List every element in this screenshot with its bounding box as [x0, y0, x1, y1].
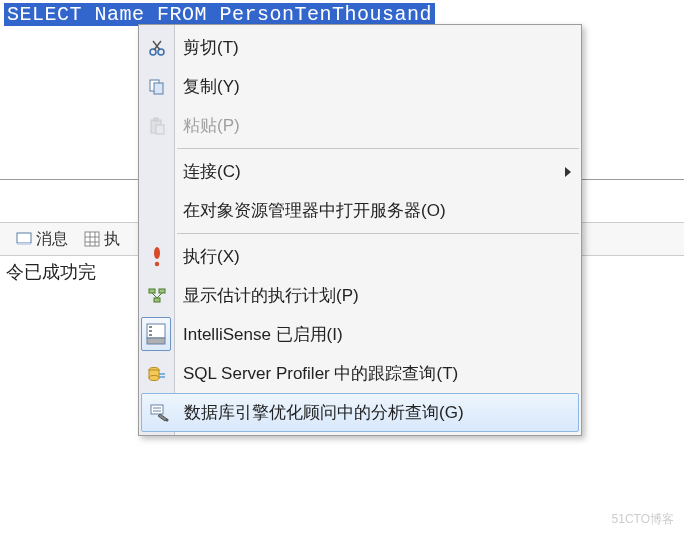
svg-rect-15 [156, 125, 164, 134]
chevron-right-icon [565, 167, 571, 177]
cut-icon [145, 36, 169, 60]
menu-item-open-in-object-explorer[interactable]: 在对象资源管理器中打开服务器(O) [139, 191, 581, 230]
svg-point-30 [149, 375, 159, 380]
editor-context-menu: 剪切(T) 复制(Y) 粘贴(P) 连接(C) 在对象资源管理器中打开服务器(O… [138, 24, 582, 436]
svg-rect-27 [149, 334, 152, 336]
svg-rect-25 [149, 326, 152, 328]
results-message-text: 令已成功完 [6, 260, 96, 284]
svg-rect-24 [147, 338, 165, 344]
menu-item-label: 剪切(T) [183, 36, 239, 59]
menu-item-label: 执行(X) [183, 245, 240, 268]
menu-item-label: 显示估计的执行计划(P) [183, 284, 359, 307]
paste-icon [145, 114, 169, 138]
empty-icon [145, 199, 169, 223]
menu-item-label: IntelliSense 已启用(I) [183, 323, 343, 346]
menu-item-label: 粘贴(P) [183, 114, 240, 137]
svg-point-36 [166, 418, 169, 421]
messages-icon [16, 231, 32, 247]
tab-messages-label: 消息 [36, 229, 68, 250]
selected-sql-text[interactable]: SELECT Name FROM PersonTenThousand [4, 3, 435, 26]
svg-rect-26 [149, 330, 152, 332]
svg-rect-20 [154, 298, 160, 302]
tuning-icon [148, 401, 172, 425]
grid-icon [84, 231, 100, 247]
menu-item-sql-profiler-trace[interactable]: SQL Server Profiler 中的跟踪查询(T) [139, 354, 581, 393]
svg-point-16 [154, 247, 160, 259]
svg-rect-33 [151, 405, 163, 414]
svg-rect-14 [154, 118, 158, 121]
svg-rect-12 [154, 83, 163, 94]
tab-other[interactable]: 执 [76, 225, 128, 254]
menu-separator [177, 233, 579, 234]
svg-rect-1 [17, 243, 31, 245]
menu-item-show-estimated-plan[interactable]: 显示估计的执行计划(P) [139, 276, 581, 315]
watermark-text: 51CTO博客 [612, 511, 674, 528]
menu-item-label: 数据库引擎优化顾问中的分析查询(G) [184, 401, 464, 424]
svg-rect-18 [149, 289, 155, 293]
menu-item-label: 在对象资源管理器中打开服务器(O) [183, 199, 446, 222]
menu-item-label: 复制(Y) [183, 75, 240, 98]
tab-other-label: 执 [104, 229, 120, 250]
svg-rect-0 [17, 233, 31, 243]
svg-point-8 [158, 49, 164, 55]
menu-item-label: 连接(C) [183, 160, 241, 183]
svg-line-22 [157, 293, 162, 298]
svg-rect-19 [159, 289, 165, 293]
svg-point-7 [150, 49, 156, 55]
svg-point-17 [155, 261, 159, 265]
menu-separator [177, 148, 579, 149]
menu-item-cut[interactable]: 剪切(T) [139, 28, 581, 67]
exclaim-icon [145, 245, 169, 269]
menu-item-connect[interactable]: 连接(C) [139, 152, 581, 191]
menu-item-intellisense-enabled[interactable]: IntelliSense 已启用(I) [139, 315, 581, 354]
menu-item-execute[interactable]: 执行(X) [139, 237, 581, 276]
intellisense-toggle-icon [141, 317, 171, 351]
plan-icon [145, 284, 169, 308]
empty-icon [145, 160, 169, 184]
menu-item-tuning-advisor[interactable]: 数据库引擎优化顾问中的分析查询(G) [141, 393, 579, 432]
copy-icon [145, 75, 169, 99]
svg-rect-2 [85, 232, 99, 246]
svg-line-21 [152, 293, 157, 298]
menu-item-label: SQL Server Profiler 中的跟踪查询(T) [183, 362, 458, 385]
profiler-icon [145, 362, 169, 386]
menu-item-copy[interactable]: 复制(Y) [139, 67, 581, 106]
tab-messages[interactable]: 消息 [8, 225, 76, 254]
menu-item-paste: 粘贴(P) [139, 106, 581, 145]
